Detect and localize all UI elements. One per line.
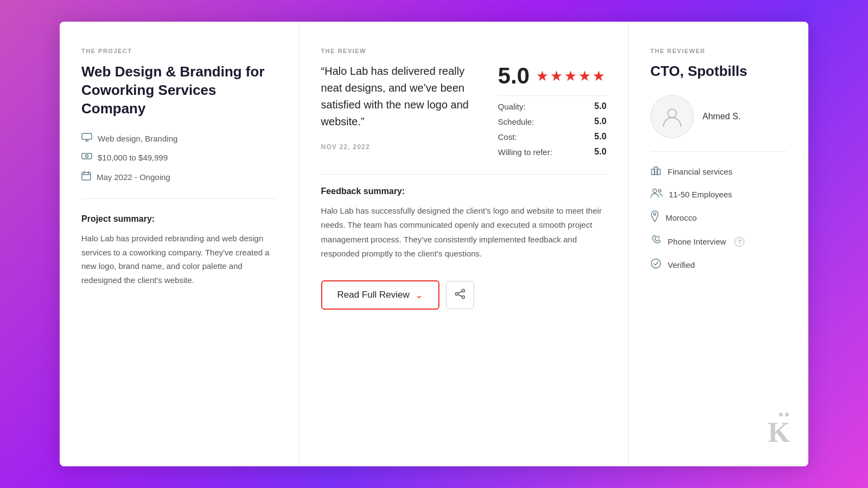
review-top: “Halo Lab has delivered really neat desi… — [321, 63, 607, 162]
company-size-text: 11-50 Employees — [669, 190, 732, 199]
review-quote-block: “Halo Lab has delivered really neat desi… — [321, 63, 481, 162]
reviewer-avatar-row: Ahmed S. — [650, 95, 787, 138]
budget-icon — [81, 152, 92, 163]
read-full-review-label: Read Full Review — [337, 290, 410, 300]
review-date: NOV 22, 2022 — [321, 143, 481, 151]
monitor-icon — [81, 133, 92, 144]
project-date-text: May 2022 - Ongoing — [97, 172, 170, 182]
star-4: ★ — [578, 68, 591, 85]
reviewer-title: CTO, Spotbills — [650, 63, 787, 80]
chevron-down-icon: ⌄ — [415, 289, 423, 301]
review-mid-divider — [321, 174, 607, 175]
review-quote-text: “Halo Lab has delivered really neat desi… — [321, 63, 481, 130]
verified-icon — [650, 258, 661, 272]
project-summary-label: Project summary: — [81, 214, 277, 224]
review-actions: Read Full Review ⌄ — [321, 280, 607, 310]
svg-point-14 — [668, 109, 676, 118]
scores-divider — [498, 95, 607, 96]
review-column: THE REVIEW “Halo Lab has delivered reall… — [299, 22, 629, 466]
interview-method-text: Phone Interview — [668, 237, 726, 246]
project-services-text: Web design, Branding — [98, 134, 177, 143]
schedule-value: 5.0 — [595, 117, 607, 126]
project-divider — [81, 198, 277, 199]
svg-rect-5 — [82, 172, 91, 180]
feedback-label: Feedback summary: — [321, 187, 607, 196]
svg-point-19 — [658, 190, 661, 192]
svg-rect-0 — [82, 133, 92, 139]
reviewer-section-label: THE REVIEWER — [650, 48, 787, 54]
share-icon — [454, 288, 466, 303]
svg-line-12 — [458, 291, 462, 293]
svg-point-11 — [455, 292, 458, 295]
reviewer-industry: Financial services — [650, 165, 787, 178]
project-summary-text: Halo Lab has provided rebranding and web… — [81, 232, 277, 287]
schedule-score-row: Schedule: 5.0 — [498, 117, 607, 126]
project-section-label: THE PROJECT — [81, 48, 277, 54]
reviewer-name: Ahmed S. — [703, 112, 741, 121]
project-title: Web Design & Branding for Coworking Serv… — [81, 63, 277, 118]
svg-point-21 — [651, 259, 660, 268]
project-meta-date: May 2022 - Ongoing — [81, 171, 277, 183]
cost-score-row: Cost: 5.0 — [498, 132, 607, 142]
share-button[interactable] — [446, 281, 474, 309]
project-budget-text: $10,000 to $49,999 — [98, 153, 168, 162]
overall-score-value: 5.0 — [498, 63, 529, 89]
project-column: THE PROJECT Web Design & Branding for Co… — [60, 22, 299, 466]
location-text: Morocco — [666, 213, 697, 222]
quality-value: 5.0 — [595, 101, 607, 111]
willing-refer-label: Willing to refer: — [498, 147, 552, 157]
location-icon — [650, 210, 659, 225]
verified-text: Verified — [668, 260, 695, 269]
brand-watermark: K — [768, 412, 789, 447]
star-1: ★ — [536, 68, 548, 85]
review-scores-block: 5.0 ★ ★ ★ ★ ★ Quality: 5.0 Schedule: — [498, 63, 607, 162]
overall-score-row: 5.0 ★ ★ ★ ★ ★ — [498, 63, 607, 89]
project-meta-budget: $10,000 to $49,999 — [81, 152, 277, 163]
star-5: ★ — [592, 68, 605, 85]
willing-refer-value: 5.0 — [595, 147, 607, 157]
star-3: ★ — [564, 68, 577, 85]
willing-refer-score-row: Willing to refer: 5.0 — [498, 147, 607, 157]
phone-icon — [650, 235, 661, 248]
avatar — [650, 95, 694, 138]
industry-text: Financial services — [668, 167, 732, 176]
reviewer-company-size: 11-50 Employees — [650, 188, 787, 201]
calendar-icon — [81, 171, 91, 183]
schedule-label: Schedule: — [498, 117, 534, 126]
quality-score-row: Quality: 5.0 — [498, 101, 607, 111]
svg-rect-3 — [82, 153, 92, 159]
cost-value: 5.0 — [595, 132, 607, 142]
project-meta-services: Web design, Branding — [81, 133, 277, 144]
svg-point-20 — [654, 213, 656, 215]
review-section-label: THE REVIEW — [321, 48, 607, 54]
cost-label: Cost: — [498, 132, 517, 142]
reviewer-verified: Verified — [650, 258, 787, 272]
reviewer-interview-method: Phone Interview ? — [650, 235, 787, 248]
reviewer-divider — [650, 151, 787, 152]
employees-icon — [650, 188, 662, 201]
feedback-text: Halo Lab has successfully designed the c… — [321, 204, 607, 261]
review-card: THE PROJECT Web Design & Branding for Co… — [60, 22, 808, 466]
read-full-review-button[interactable]: Read Full Review ⌄ — [321, 280, 439, 310]
svg-point-9 — [462, 289, 464, 292]
svg-point-4 — [86, 155, 88, 158]
svg-point-18 — [653, 189, 656, 193]
svg-point-10 — [462, 296, 464, 298]
reviewer-location: Morocco — [650, 210, 787, 225]
reviewer-column: THE REVIEWER CTO, Spotbills Ahmed S. Fin… — [629, 22, 808, 466]
quality-label: Quality: — [498, 102, 526, 111]
industry-icon — [650, 165, 661, 178]
svg-line-13 — [458, 294, 462, 297]
star-2: ★ — [550, 68, 563, 85]
stars-container: ★ ★ ★ ★ ★ — [536, 68, 605, 85]
help-icon[interactable]: ? — [735, 237, 744, 247]
